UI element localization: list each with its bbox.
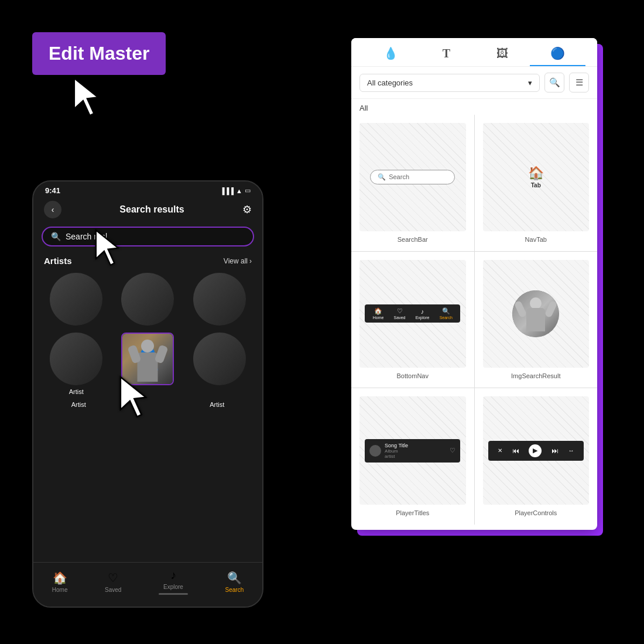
- artist-item-6[interactable]: [187, 333, 252, 395]
- artist-avatar-1: [50, 273, 102, 326]
- component-cell-navtab[interactable]: 🏠 Tab NavTab: [475, 115, 598, 251]
- component-library-panel: 💧 T 🖼 🔵 All categories ▾ 🔍 ☰ All: [351, 38, 597, 530]
- phone-screen-title: Search results: [119, 204, 184, 215]
- component-cell-playercontrols[interactable]: ✕ ⏮ ▶ ⏭ ↔ PlayerControls: [475, 388, 598, 525]
- artist-label-9: Artist: [191, 401, 244, 408]
- tab-component[interactable]: 🔵: [530, 46, 585, 66]
- tab-text[interactable]: T: [419, 47, 474, 66]
- heart-icon: ♡: [108, 571, 118, 585]
- artist-circle-4: [50, 333, 102, 385]
- bn-search-label: Search: [440, 316, 453, 320]
- artist-item-1[interactable]: [44, 273, 108, 326]
- artist-circle-1: [50, 273, 102, 326]
- wifi-icon: ▲: [236, 187, 242, 194]
- component-cell-searchbar[interactable]: 🔍 Search SearchBar: [351, 115, 474, 251]
- phone-bottom-nav: 🏠 Home ♡ Saved ♪ Explore 🔍 Search: [33, 562, 262, 607]
- svg-marker-1: [96, 230, 118, 265]
- player-album-text: Album: [385, 448, 446, 454]
- view-all-button[interactable]: View all ›: [224, 257, 252, 265]
- search-icon-small: 🔍: [51, 232, 61, 241]
- phone-status-icons: ▐▐▐ ▲ ▭: [220, 187, 251, 194]
- prev-icon: ⏮: [512, 447, 519, 455]
- phone-header: ‹ Search results ⚙: [33, 197, 262, 223]
- bn-saved: ♡ Saved: [394, 307, 406, 320]
- search-nav-icon: 🔍: [227, 571, 242, 585]
- bn-search-icon: 🔍: [442, 307, 450, 315]
- bn-explore-label: Explore: [416, 316, 430, 320]
- bn-explore: ♪ Explore: [416, 308, 430, 320]
- components-grid: 🔍 Search SearchBar 🏠 Tab NavTab 🏠: [351, 115, 597, 525]
- edit-master-button[interactable]: Edit Master: [32, 32, 166, 75]
- dropdown-arrow-icon: ▾: [528, 78, 532, 87]
- bn-search: 🔍 Search: [440, 307, 453, 320]
- nav-home-label: Home: [52, 587, 68, 593]
- bottomnav-preview-widget: 🏠 Home ♡ Saved ♪ Explore 🔍 Search: [365, 304, 460, 323]
- component-cell-bottomnav[interactable]: 🏠 Home ♡ Saved ♪ Explore 🔍 Search: [351, 252, 474, 388]
- category-dropdown[interactable]: All categories ▾: [359, 74, 540, 92]
- bn-saved-icon: ♡: [397, 307, 403, 315]
- filter-list-button[interactable]: ☰: [569, 73, 589, 93]
- back-button[interactable]: ‹: [44, 201, 61, 218]
- navtab-home-icon: 🏠: [528, 166, 544, 181]
- nav-saved-label: Saved: [105, 587, 121, 593]
- home-icon: 🏠: [53, 571, 67, 585]
- playertitles-preview-widget: Song Title Album artist ♡: [365, 439, 460, 463]
- artist-avatar-6: [193, 333, 246, 385]
- component-cell-playertitles[interactable]: Song Title Album artist ♡ PlayerTitles: [351, 388, 474, 525]
- panel-filter-bar: All categories ▾ 🔍 ☰: [351, 67, 597, 99]
- player-heart-icon: ♡: [450, 447, 455, 454]
- bn-saved-label: Saved: [394, 316, 406, 320]
- settings-icon[interactable]: ⚙: [242, 203, 252, 216]
- artist-item-3[interactable]: [187, 273, 252, 326]
- artist-item-4[interactable]: Artist: [44, 333, 108, 395]
- tab-style[interactable]: 💧: [363, 46, 419, 66]
- player-song-title: Song Title: [385, 443, 446, 448]
- search-preview-icon: 🔍: [378, 173, 386, 181]
- phone-search-bar[interactable]: 🔍: [42, 227, 254, 246]
- music-icon: ♪: [170, 568, 176, 582]
- bn-home-icon: 🏠: [374, 307, 382, 315]
- navtab-label: NavTab: [525, 236, 547, 243]
- bn-explore-icon: ♪: [421, 308, 424, 315]
- bottomnav-label: BottomNav: [397, 372, 429, 379]
- artist-avatar-2: [121, 273, 174, 326]
- component-cell-imgsearch[interactable]: ImgSearchResult: [475, 252, 598, 388]
- nav-search[interactable]: 🔍 Search: [225, 571, 244, 593]
- artist-label-4: Artist: [69, 388, 84, 395]
- playertitles-preview: Song Title Album artist ♡: [359, 396, 466, 505]
- searchbar-label: SearchBar: [398, 236, 428, 243]
- filter-search-button[interactable]: 🔍: [544, 73, 564, 93]
- player-disc-icon: [369, 445, 381, 457]
- cursor-phone-icon: [93, 227, 125, 268]
- battery-icon: ▭: [245, 187, 251, 194]
- artist-item-2[interactable]: [115, 273, 180, 326]
- imgsearch-label: ImgSearchResult: [511, 372, 560, 379]
- tab-image[interactable]: 🖼: [474, 47, 530, 66]
- player-text: Song Title Album artist: [385, 443, 446, 459]
- nav-saved[interactable]: ♡ Saved: [105, 571, 121, 593]
- bn-home: 🏠 Home: [373, 307, 384, 320]
- component-icon: 🔵: [550, 46, 565, 60]
- nav-indicator: [159, 593, 188, 595]
- searchbar-preview: 🔍 Search: [359, 123, 466, 231]
- artists-grid-row1: [33, 269, 262, 329]
- bottomnav-preview: 🏠 Home ♡ Saved ♪ Explore 🔍 Search: [359, 260, 466, 368]
- shuffle-icon: ✕: [498, 447, 502, 454]
- next-icon: ⏭: [551, 447, 559, 455]
- playertitles-label: PlayerTitles: [396, 509, 429, 516]
- search-preview-text: Search: [389, 173, 409, 180]
- all-category-label: All: [351, 99, 597, 115]
- cursor-artist-icon: [116, 374, 154, 420]
- imgsearch-preview-widget: [512, 290, 559, 337]
- playercontrols-label: PlayerControls: [515, 509, 557, 516]
- droplet-icon: 💧: [383, 46, 398, 60]
- svg-marker-2: [121, 377, 146, 417]
- nav-home[interactable]: 🏠 Home: [52, 571, 68, 593]
- nav-explore[interactable]: ♪ Explore: [159, 568, 188, 595]
- playercontrols-preview-widget: ✕ ⏮ ▶ ⏭ ↔: [488, 441, 584, 461]
- artists-label: Artists: [44, 256, 72, 266]
- imgsearch-preview: [483, 260, 590, 368]
- phone-status-bar: 9:41 ▐▐▐ ▲ ▭: [33, 181, 262, 197]
- text-icon: T: [443, 47, 450, 60]
- category-label: All categories: [367, 78, 413, 87]
